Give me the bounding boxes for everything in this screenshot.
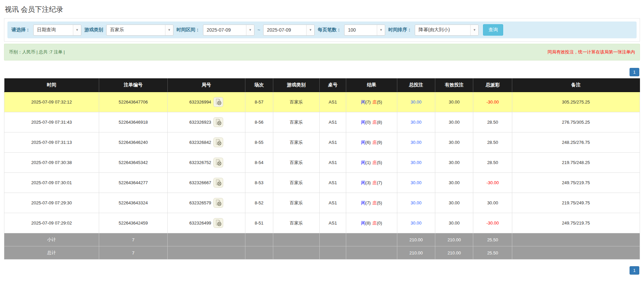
cell-remark: 248.25/276.75 — [512, 132, 640, 153]
cell-total-bet[interactable]: 30.00 — [397, 112, 435, 132]
chevron-down-icon: ▼ — [377, 25, 385, 35]
pagination-bottom: 1 — [5, 266, 639, 275]
cell-valid-bet: 30.00 — [435, 213, 473, 233]
table-row[interactable]: 2025-07-09 07:29:30522643643324632326579… — [4, 193, 640, 213]
video-replay-icon[interactable] — [213, 158, 223, 167]
cell-remark: 249.75/219.75 — [512, 213, 640, 233]
date-from-value: 2025-07-09 — [203, 27, 246, 33]
cell-result: 闲(8)庄(0) — [346, 213, 397, 233]
cell-session: 8-55 — [245, 132, 273, 153]
cell-result: 闲(1)庄(5) — [346, 153, 397, 173]
chevron-down-icon: ▼ — [470, 25, 478, 35]
round-number: 632326667 — [189, 180, 211, 185]
game-type-select[interactable]: 百家乐 ▼ — [106, 25, 173, 36]
search-button[interactable]: 查询 — [483, 24, 503, 36]
column-header: 结果 — [346, 78, 397, 92]
cell-game-type: 百家乐 — [273, 112, 319, 132]
select-type-label: 请选择： — [11, 27, 30, 33]
sort-order-select[interactable]: 降幂(由大到小) ▼ — [415, 25, 479, 36]
video-replay-icon[interactable] — [213, 137, 223, 147]
video-replay-icon[interactable] — [213, 97, 223, 107]
cell-total-bet[interactable]: 30.00 — [397, 153, 435, 173]
cell-bet-id: 522643643324 — [99, 193, 167, 213]
sort-order-label: 时间排序： — [388, 27, 412, 33]
page-size-select[interactable]: 100 ▼ — [344, 25, 385, 36]
video-replay-icon[interactable] — [213, 218, 223, 228]
sum-count: 7 — [99, 246, 167, 259]
cell-game-type: 百家乐 — [273, 92, 319, 112]
cell-round-id: 632326579 — [167, 193, 245, 213]
cell-session: 8-54 — [245, 153, 273, 173]
total-row: 总计7210.00210.0025.50 — [4, 246, 640, 259]
cell-payout: 28.50 — [473, 132, 512, 153]
column-header: 游戏类别 — [273, 78, 319, 92]
table-row[interactable]: 2025-07-09 07:31:43522643646918632326923… — [4, 112, 640, 132]
cell-total-bet[interactable]: 30.00 — [397, 173, 435, 193]
cell-table-no: AS1 — [319, 112, 346, 132]
cell-valid-bet: 30.00 — [435, 153, 473, 173]
page-1-button[interactable]: 1 — [630, 266, 639, 275]
cell-game-type: 百家乐 — [273, 153, 319, 173]
cell-session: 8-51 — [245, 213, 273, 233]
table-row[interactable]: 2025-07-09 07:30:01522643644277632326667… — [4, 173, 640, 193]
cell-bet-id: 522643644277 — [99, 173, 167, 193]
sum-label: 小计 — [4, 233, 99, 246]
query-type-select[interactable]: 日期查询 ▼ — [33, 25, 81, 36]
date-from-select[interactable]: 2025-07-09 ▼ — [203, 25, 254, 36]
chevron-down-icon: ▼ — [165, 25, 173, 35]
cell-session: 8-53 — [245, 173, 273, 193]
cell-table-no: AS1 — [319, 193, 346, 213]
date-to-select[interactable]: 2025-07-09 ▼ — [263, 25, 315, 36]
betting-records-table: 时间注单编号局号场次游戏类别桌号结果总投注有效投注总派彩备注 2025-07-0… — [4, 78, 640, 259]
page-title: 视讯 会员下注纪录 — [0, 0, 644, 17]
cell-remark: 305.25/275.25 — [512, 92, 640, 112]
video-replay-icon[interactable] — [213, 117, 223, 127]
cell-remark: 276.75/305.25 — [512, 112, 640, 132]
cell-result: 闲(6)庄(9) — [346, 132, 397, 153]
sum-payout: 25.50 — [473, 246, 512, 259]
page-size-label: 每页笔数： — [318, 27, 341, 33]
valid-bet-note: 同局有效投注，统一计算在该局第一张注单内 — [548, 49, 635, 55]
cell-round-id: 632326499 — [167, 213, 245, 233]
sum-payout: 25.50 — [473, 233, 512, 246]
column-header: 有效投注 — [435, 78, 473, 92]
cell-total-bet[interactable]: 30.00 — [397, 193, 435, 213]
column-header: 备注 — [512, 78, 640, 92]
cell-payout: 28.50 — [473, 112, 512, 132]
table-row[interactable]: 2025-07-09 07:29:02522643642459632326499… — [4, 213, 640, 233]
cell-time: 2025-07-09 07:31:43 — [4, 112, 99, 132]
video-replay-icon[interactable] — [213, 198, 223, 208]
table-row[interactable]: 2025-07-09 07:30:38522643645342632326752… — [4, 153, 640, 173]
video-replay-icon[interactable] — [213, 178, 223, 188]
cell-valid-bet: 30.00 — [435, 173, 473, 193]
cell-payout: -30.00 — [473, 213, 512, 233]
cell-total-bet[interactable]: 30.00 — [397, 213, 435, 233]
column-header: 总派彩 — [473, 78, 512, 92]
cell-bet-id: 522643646918 — [99, 112, 167, 132]
round-number: 632326842 — [189, 140, 211, 145]
round-number: 632326579 — [189, 200, 211, 205]
chevron-down-icon: ▼ — [306, 25, 314, 35]
table-row[interactable]: 2025-07-09 07:31:13522643646240632326842… — [4, 132, 640, 153]
cell-result: 闲(7)庄(5) — [346, 193, 397, 213]
filter-bar: 请选择： 日期查询 ▼ 游戏类别 百家乐 ▼ 时间区间： 2025-07-09 … — [7, 22, 637, 38]
query-type-value: 日期查询 — [34, 27, 73, 33]
cell-session: 8-57 — [245, 92, 273, 112]
column-header: 场次 — [245, 78, 273, 92]
time-range-label: 时间区间： — [176, 27, 200, 33]
summary-bar: 币别：人民币 | 总共 :7 注单 | 同局有效投注，统一计算在该局第一张注单内 — [4, 44, 640, 61]
cell-remark: 249.75/219.75 — [512, 173, 640, 193]
page-1-button[interactable]: 1 — [630, 68, 639, 76]
cell-session: 8-56 — [245, 112, 273, 132]
sum-valid-bet: 210.00 — [435, 246, 473, 259]
cell-game-type: 百家乐 — [273, 193, 319, 213]
filter-panel: 请选择： 日期查询 ▼ 游戏类别 百家乐 ▼ 时间区间： 2025-07-09 … — [4, 18, 640, 42]
cell-payout: 30.00 — [473, 193, 512, 213]
round-number: 632326994 — [189, 99, 211, 105]
cell-time: 2025-07-09 07:29:30 — [4, 193, 99, 213]
cell-total-bet[interactable]: 30.00 — [397, 132, 435, 153]
cell-table-no: AS1 — [319, 173, 346, 193]
cell-total-bet[interactable]: 30.00 — [397, 92, 435, 112]
cell-bet-id: 522643646240 — [99, 132, 167, 153]
table-row[interactable]: 2025-07-09 07:32:12522643647706632326994… — [4, 92, 640, 112]
